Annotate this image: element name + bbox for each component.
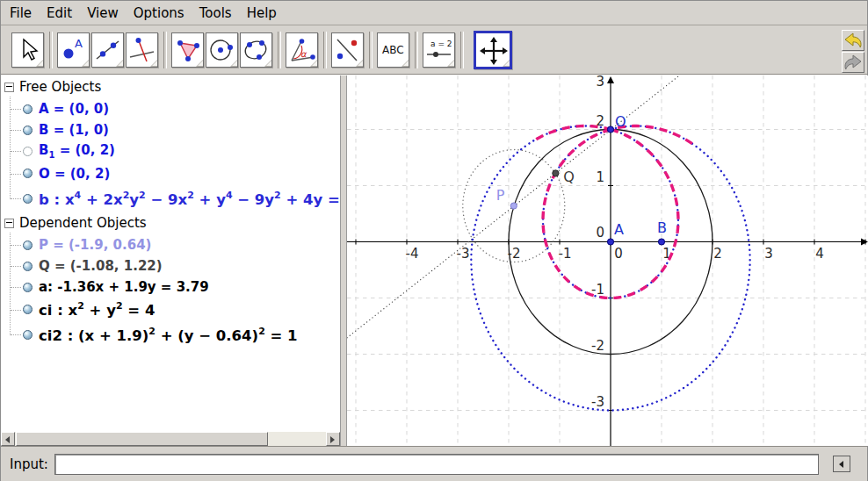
reflect-tool[interactable]: [331, 32, 364, 68]
slider-tool[interactable]: a = 2: [423, 32, 455, 68]
svg-text:2: 2: [713, 246, 722, 262]
tool-dropdown-arrow-icon[interactable]: [36, 60, 43, 67]
object-text: a: -1.36x + 1.9y = 3.79: [39, 279, 209, 295]
svg-text:1: 1: [596, 169, 604, 185]
toolbar-separator: [415, 32, 418, 68]
graphics-view[interactable]: -4-3-2-1012343210-1-2-3OABPQ: [347, 75, 868, 446]
left-arrow-icon: [5, 436, 10, 443]
point-O[interactable]: [607, 126, 613, 133]
tool-dropdown-arrow-icon[interactable]: [230, 60, 237, 67]
object-text: B1 = (0, 2): [39, 142, 115, 160]
point-label-B: B: [657, 219, 667, 236]
redo-button[interactable]: [842, 52, 864, 73]
visibility-marble-filled[interactable]: [23, 330, 33, 340]
toolbar-separator: [278, 32, 281, 68]
visibility-marble-filled[interactable]: [23, 126, 33, 135]
menu-help[interactable]: Help: [247, 5, 277, 21]
point-P[interactable]: [510, 203, 517, 209]
tool-dropdown-arrow-icon[interactable]: [196, 60, 203, 67]
section-header: Dependent Objects: [1, 212, 340, 234]
collapse-icon[interactable]: [4, 219, 14, 228]
visibility-marble-filled[interactable]: [23, 240, 33, 250]
undo-redo-group: [842, 30, 864, 74]
point-A[interactable]: [607, 239, 613, 245]
algebra-item-B[interactable]: B = (1, 0): [1, 119, 340, 140]
algebra-item-a[interactable]: a: -1.36x + 1.9y = 3.79: [1, 276, 340, 298]
toolbar-separator: [369, 32, 373, 68]
svg-text:-2: -2: [591, 338, 604, 354]
visibility-marble-empty[interactable]: [23, 147, 33, 156]
input-label: Input:: [10, 456, 48, 472]
visibility-marble-filled[interactable]: [23, 194, 33, 204]
visibility-marble-filled[interactable]: [23, 262, 33, 271]
menu-tools[interactable]: Tools: [199, 5, 232, 21]
scroll-left-button[interactable]: [1, 432, 15, 446]
conic-tool[interactable]: [240, 32, 272, 68]
geogebra-window: FileEditViewOptionsToolsHelp AαABCa = 2 …: [0, 0, 868, 481]
circle-tool[interactable]: [206, 32, 238, 68]
tool-dropdown-arrow-icon[interactable]: [82, 60, 89, 67]
algebra-section: Free ObjectsA = (0, 0)B = (1, 0)B1 = (0,…: [1, 75, 340, 212]
tool-dropdown-arrow-icon[interactable]: [503, 60, 510, 67]
input-help-toggle-button[interactable]: [833, 456, 850, 472]
toolbar-separator: [323, 32, 327, 68]
scroll-right-button[interactable]: [326, 432, 340, 446]
algebra-item-Q[interactable]: Q = (-1.08, 1.22): [1, 255, 340, 276]
svg-text:3: 3: [764, 246, 773, 262]
visibility-marble-filled[interactable]: [23, 104, 33, 114]
move-tool[interactable]: [11, 32, 44, 68]
scrollbar-thumb[interactable]: [16, 432, 268, 446]
svg-text:0: 0: [596, 225, 604, 240]
angle-tool[interactable]: α: [286, 32, 318, 68]
undo-button[interactable]: [842, 30, 864, 51]
visibility-marble-filled[interactable]: [23, 169, 33, 178]
input-field[interactable]: [54, 454, 819, 475]
new-point-tool[interactable]: A: [57, 32, 90, 68]
tool-dropdown-arrow-icon[interactable]: [356, 60, 363, 67]
polygon-tool[interactable]: [171, 32, 204, 68]
menu-bar: FileEditViewOptionsToolsHelp: [1, 1, 867, 25]
toolbar: AαABCa = 2: [1, 25, 867, 75]
menu-view[interactable]: View: [87, 5, 119, 21]
svg-text:A: A: [75, 37, 83, 50]
tool-dropdown-arrow-icon[interactable]: [401, 60, 409, 67]
algebra-item-O[interactable]: O = (0, 2): [1, 162, 340, 185]
point-label-A: A: [614, 221, 624, 238]
toolbar-separator: [460, 32, 464, 68]
panel-splitter[interactable]: [340, 75, 347, 446]
point-B[interactable]: [658, 239, 664, 245]
collapse-icon[interactable]: [4, 83, 14, 92]
tool-dropdown-arrow-icon[interactable]: [150, 60, 157, 67]
line-tool[interactable]: [91, 32, 124, 68]
menu-options[interactable]: Options: [134, 5, 184, 21]
object-text: A = (0, 0): [39, 101, 109, 117]
point-label-P: P: [496, 187, 505, 204]
toolbar-separator: [49, 32, 53, 68]
right-arrow-icon: [330, 436, 335, 443]
visibility-marble-filled[interactable]: [23, 283, 33, 292]
tool-dropdown-arrow-icon[interactable]: [116, 60, 123, 67]
text-tool[interactable]: ABC: [377, 32, 409, 68]
algebra-item-B_1[interactable]: B1 = (0, 2): [1, 140, 340, 162]
svg-text:α: α: [300, 49, 307, 59]
menu-file[interactable]: File: [10, 5, 32, 21]
svg-text:0: 0: [614, 246, 623, 262]
move-graphics-view-tool[interactable]: [474, 31, 512, 69]
tool-dropdown-arrow-icon[interactable]: [264, 60, 271, 67]
algebra-item-b[interactable]: b : x4 + 2x2y2 − 9x2 + y4 − 9y2 + 4y = -…: [1, 185, 340, 212]
algebra-horizontal-scrollbar[interactable]: [1, 432, 340, 446]
algebra-item-ci2[interactable]: ci2 : (x + 1.9)2 + (y − 0.64)2 = 1: [1, 321, 340, 348]
graphics-canvas: -4-3-2-1012343210-1-2-3OABPQ: [347, 75, 868, 446]
tool-dropdown-arrow-icon[interactable]: [447, 60, 454, 67]
menu-edit[interactable]: Edit: [47, 5, 72, 21]
point-Q[interactable]: [553, 170, 559, 176]
object-text: B = (1, 0): [39, 122, 109, 138]
algebra-item-P[interactable]: P = (-1.9, 0.64): [1, 234, 340, 255]
visibility-marble-filled[interactable]: [23, 305, 33, 314]
algebra-item-A[interactable]: A = (0, 0): [1, 98, 340, 119]
svg-text:ABC: ABC: [382, 44, 404, 56]
tool-dropdown-arrow-icon[interactable]: [310, 60, 317, 67]
special-line-tool[interactable]: [126, 32, 158, 68]
svg-text:-3: -3: [591, 394, 604, 410]
algebra-item-ci[interactable]: ci : x2 + y2 = 4: [1, 298, 340, 321]
